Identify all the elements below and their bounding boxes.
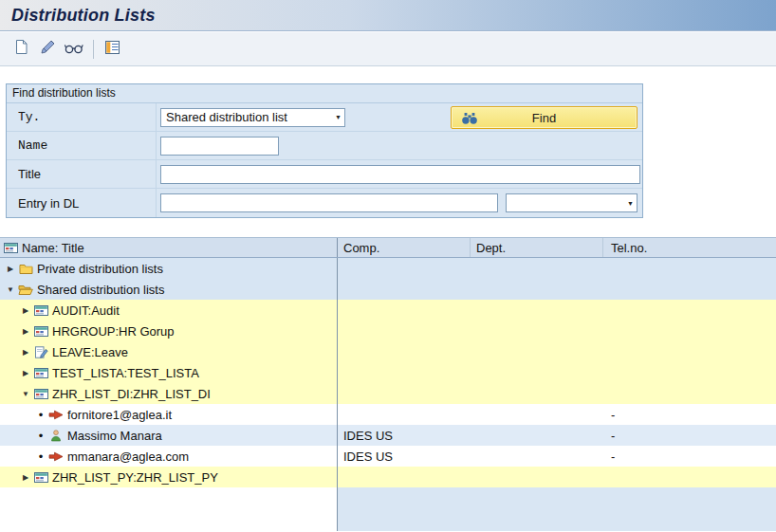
dist-list-icon xyxy=(32,325,49,338)
email-icon xyxy=(47,410,65,420)
comp-cell xyxy=(338,258,471,279)
edit-button[interactable] xyxy=(36,38,59,61)
dept-cell xyxy=(471,258,603,279)
tree-row[interactable]: ▶LEAVE:Leave xyxy=(0,341,776,362)
tree-node-label[interactable]: ZHR_LIST_DI:ZHR_LIST_DI xyxy=(52,387,211,401)
entry-in-dl-input[interactable] xyxy=(160,193,498,212)
expand-arrow-icon[interactable]: ▶ xyxy=(4,265,17,273)
tree-node-label[interactable]: AUDIT:Audit xyxy=(52,303,120,318)
bullet-marker: • xyxy=(34,429,47,443)
tree-row[interactable]: ▶TEST_LISTA:TEST_LISTA xyxy=(0,362,776,383)
dist-list-icon xyxy=(32,304,49,317)
column-header-comp[interactable]: Comp. xyxy=(338,238,471,257)
tree-node-label[interactable]: fornitore1@aglea.it xyxy=(67,408,172,422)
expand-arrow-icon[interactable]: ▶ xyxy=(19,473,32,482)
comp-cell: IDES US xyxy=(338,425,471,446)
dist-list-icon xyxy=(32,388,49,400)
table-header: Name: Title Comp. Dept. Tel.no. xyxy=(0,237,776,258)
tree-node-label[interactable]: Private distribution lists xyxy=(37,262,163,276)
tree-row[interactable]: ▶ZHR_LIST_PY:ZHR_LIST_PY xyxy=(0,467,776,487)
doc-edit-icon xyxy=(32,346,49,358)
pencil-icon xyxy=(40,39,56,59)
tree-node-label[interactable]: Massimo Manara xyxy=(67,429,162,443)
column-header-name-title[interactable]: Name: Title xyxy=(0,238,338,257)
binoculars-icon xyxy=(461,111,478,128)
tree-node-label[interactable]: LEAVE:Leave xyxy=(52,345,128,359)
telno-cell xyxy=(603,362,776,383)
tree-node-label[interactable]: TEST_LISTA:TEST_LISTA xyxy=(52,366,199,380)
expand-arrow-icon[interactable]: ▼ xyxy=(19,390,32,398)
bullet-marker: • xyxy=(34,449,47,464)
tree-node-label[interactable]: ZHR_LIST_PY:ZHR_LIST_PY xyxy=(52,470,218,485)
dept-cell xyxy=(471,279,603,300)
tree-row[interactable]: ▶HRGROUP:HR Gorup xyxy=(0,321,776,341)
tree-row[interactable]: ▼Shared distribution lists xyxy=(0,279,776,300)
tree-row-name-cell: ▼ZHR_LIST_DI:ZHR_LIST_DI xyxy=(0,383,338,404)
tree-row-name-cell: ▶LEAVE:Leave xyxy=(0,341,338,362)
dept-cell xyxy=(471,321,603,341)
tree-row[interactable]: •Massimo ManaraIDES US- xyxy=(0,425,776,446)
tree-body: ▶Private distribution lists▼Shared distr… xyxy=(0,258,776,531)
tree-row[interactable]: ▶Private distribution lists xyxy=(0,258,776,279)
person-icon xyxy=(47,430,65,442)
dept-cell xyxy=(471,300,603,321)
telno-cell xyxy=(603,467,776,487)
page-title: Distribution Lists xyxy=(11,6,156,26)
telno-cell xyxy=(603,279,776,300)
tree-row[interactable]: ▶AUDIT:Audit xyxy=(0,300,776,321)
bullet-marker: • xyxy=(34,408,47,422)
tree-row[interactable]: •fornitore1@aglea.it- xyxy=(0,404,776,425)
dist-list-icon xyxy=(32,471,49,484)
tree-node-label[interactable]: Shared distribution lists xyxy=(37,283,164,297)
tree-row-name-cell: ▶TEST_LISTA:TEST_LISTA xyxy=(0,362,338,383)
comp-cell xyxy=(338,279,471,300)
distribution-lists-table: Name: Title Comp. Dept. Tel.no. ▶Private… xyxy=(0,237,776,532)
column-header-telno[interactable]: Tel.no. xyxy=(603,238,776,257)
tree-node-label[interactable]: mmanara@aglea.com xyxy=(67,449,189,464)
find-button[interactable]: Find xyxy=(451,106,637,129)
tree-row-name-cell: •mmanara@aglea.com xyxy=(0,446,338,467)
column-header-dept[interactable]: Dept. xyxy=(471,238,603,257)
find-panel-title: Find distribution lists xyxy=(7,84,642,103)
expand-arrow-icon[interactable]: ▼ xyxy=(4,285,17,294)
type-combobox[interactable]: Shared distribution list ▼ xyxy=(160,108,345,127)
list-view-button[interactable] xyxy=(101,38,123,61)
dept-cell xyxy=(471,383,603,404)
new-document-button[interactable] xyxy=(9,38,32,61)
title-row: Title xyxy=(7,160,642,189)
dept-cell xyxy=(471,341,603,362)
column-separator xyxy=(337,258,338,531)
chevron-down-icon[interactable]: ▼ xyxy=(621,200,634,207)
dept-cell xyxy=(471,446,603,467)
dist-list-icon xyxy=(32,367,49,379)
tree-row-name-cell: ▼Shared distribution lists xyxy=(0,279,338,300)
dept-cell xyxy=(471,425,603,446)
dept-cell xyxy=(471,467,603,487)
distribution-list-icon xyxy=(4,242,18,254)
telno-cell xyxy=(603,383,776,404)
telno-cell xyxy=(603,341,776,362)
expand-arrow-icon[interactable]: ▶ xyxy=(19,306,32,315)
tree-row-name-cell: •fornitore1@aglea.it xyxy=(0,404,338,425)
telno-cell: - xyxy=(603,446,776,467)
email-icon xyxy=(47,451,65,462)
telno-cell xyxy=(603,300,776,321)
tree-row[interactable]: •mmanara@aglea.comIDES US- xyxy=(0,446,776,467)
title-input[interactable] xyxy=(160,165,640,184)
display-button[interactable] xyxy=(63,38,85,61)
name-input[interactable] xyxy=(160,137,279,156)
expand-arrow-icon[interactable]: ▶ xyxy=(19,348,32,357)
tree-row-name-cell: ▶Private distribution lists xyxy=(0,258,338,279)
tree-node-label[interactable]: HRGROUP:HR Gorup xyxy=(52,324,175,339)
chevron-down-icon[interactable]: ▼ xyxy=(329,114,342,120)
tree-row[interactable]: ▼ZHR_LIST_DI:ZHR_LIST_DI xyxy=(0,383,776,404)
toolbar-separator xyxy=(93,40,94,59)
empty-area xyxy=(338,487,776,531)
expand-arrow-icon[interactable]: ▶ xyxy=(19,369,32,377)
comp-cell xyxy=(338,383,471,404)
type-combobox-value: Shared distribution list xyxy=(166,110,287,124)
entry-in-dl-combobox[interactable]: ▼ xyxy=(506,193,637,212)
expand-arrow-icon[interactable]: ▶ xyxy=(19,327,32,336)
name-label: Name xyxy=(7,132,157,159)
folder-open-icon xyxy=(17,284,34,296)
